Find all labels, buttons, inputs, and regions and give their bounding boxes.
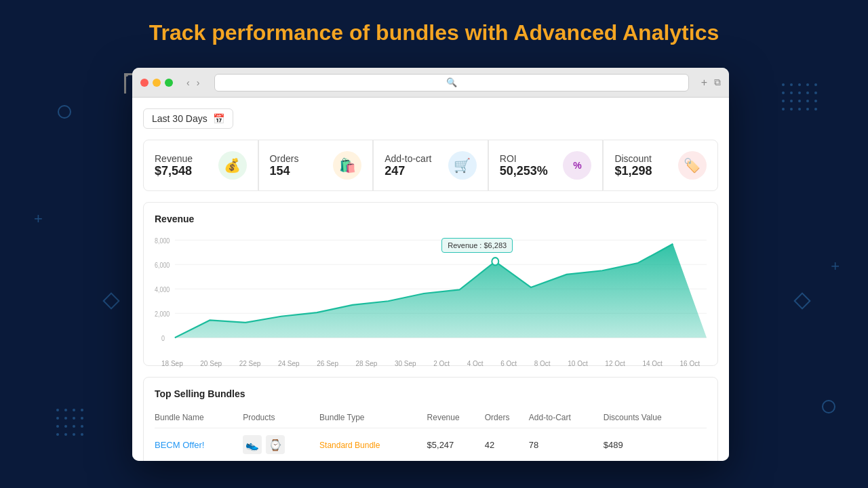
traffic-light-red[interactable] <box>140 79 149 87</box>
stat-value-roi: 50,253% <box>500 164 548 178</box>
stat-icon-revenue: 💰 <box>218 151 247 180</box>
svg-point-3 <box>806 83 809 86</box>
bundles-table-head: Bundle Name Products Bundle Type Revenue… <box>155 407 707 428</box>
svg-point-35 <box>81 433 83 436</box>
svg-point-34 <box>73 433 75 436</box>
svg-point-19 <box>814 108 817 110</box>
col-discounts-value: Discounts Value <box>604 407 707 428</box>
stat-icon-discount: 🏷️ <box>678 151 707 180</box>
bundles-table: Bundle Name Products Bundle Type Revenue… <box>155 407 707 461</box>
stat-label-discount: Discount <box>614 153 652 164</box>
browser-nav: ‹ › <box>184 76 202 89</box>
svg-point-31 <box>81 425 83 428</box>
col-products: Products <box>243 407 319 428</box>
window-icon[interactable]: ⧉ <box>714 77 721 89</box>
plus-decoration-2: + <box>831 258 840 275</box>
svg-point-30 <box>73 425 75 428</box>
circle-decoration-2 <box>822 400 835 413</box>
svg-text:8,000: 8,000 <box>155 237 170 245</box>
chart-container: Revenue : $6,283 8,000 6,000 4,000 2,000… <box>155 232 707 354</box>
svg-point-14 <box>814 100 817 102</box>
svg-point-26 <box>73 417 75 420</box>
svg-text:2,000: 2,000 <box>155 310 170 318</box>
traffic-light-green[interactable] <box>165 79 173 87</box>
browser-content: Last 30 Days 📅 Revenue $7,548 💰 Orders 1… <box>132 98 729 461</box>
svg-text:0: 0 <box>161 334 165 342</box>
svg-point-6 <box>790 92 793 94</box>
stat-icon-add-to-cart: 🛒 <box>448 151 477 180</box>
bundles-table-body: BECM Offer! 👟 ⌚ Standard Bundle $5,247 4… <box>155 428 707 462</box>
nav-back-button[interactable]: ‹ <box>184 76 193 89</box>
svg-point-33 <box>64 433 67 436</box>
nav-forward-button[interactable]: › <box>194 76 203 89</box>
stat-label-add-to-cart: Add-to-cart <box>384 153 431 164</box>
stat-icon-roi: % <box>563 151 591 180</box>
svg-point-5 <box>782 92 785 94</box>
product-icon-2: ⌚ <box>266 435 285 454</box>
bundle-revenue-cell: $5,247 <box>427 428 485 462</box>
stat-label-orders: Orders <box>270 153 299 164</box>
svg-point-2 <box>798 83 801 86</box>
stat-label-revenue: Revenue <box>155 153 193 164</box>
stat-info-orders: Orders 154 <box>270 153 299 178</box>
new-tab-icon[interactable]: + <box>701 77 707 89</box>
page-title: Track performance of bundles with Advanc… <box>0 0 868 59</box>
svg-point-32 <box>56 433 59 436</box>
bundle-type-cell: Standard Bundle <box>319 428 427 462</box>
dot-grid-1 <box>780 81 827 129</box>
svg-point-29 <box>64 425 67 428</box>
stat-info-discount: Discount $1,298 <box>614 153 652 178</box>
chart-tooltip-text: Revenue : $6,283 <box>448 241 507 249</box>
stat-icon-orders: 🛍️ <box>333 151 361 180</box>
svg-point-8 <box>806 92 809 94</box>
diamond-decoration-2 <box>793 292 810 309</box>
bundles-title: Top Selling Bundles <box>155 388 707 399</box>
chart-tooltip: Revenue : $6,283 <box>441 238 513 253</box>
browser-actions: + ⧉ <box>701 77 721 89</box>
stat-value-orders: 154 <box>270 164 299 178</box>
col-bundle-type: Bundle Type <box>319 407 427 428</box>
svg-point-22 <box>73 409 75 411</box>
stat-value-revenue: $7,548 <box>155 164 193 178</box>
svg-point-24 <box>56 417 59 420</box>
stat-card-orders: Orders 154 🛍️ <box>258 140 374 191</box>
svg-point-17 <box>798 108 801 110</box>
dot-grid-2 <box>54 407 102 454</box>
col-bundle-name: Bundle Name <box>155 407 243 428</box>
table-row: BECM Offer! 👟 ⌚ Standard Bundle $5,247 4… <box>155 428 707 462</box>
svg-point-16 <box>790 108 793 110</box>
stat-value-discount: $1,298 <box>614 164 652 178</box>
stat-value-add-to-cart: 247 <box>384 164 431 178</box>
browser-url-bar[interactable]: 🔍 <box>214 74 688 92</box>
svg-point-0 <box>782 83 785 86</box>
chart-tooltip-dot <box>492 258 498 265</box>
svg-point-1 <box>790 83 793 86</box>
svg-point-4 <box>814 83 817 86</box>
date-filter-label: Last 30 Days <box>152 113 208 124</box>
svg-point-13 <box>806 100 809 102</box>
traffic-light-yellow[interactable] <box>153 79 161 87</box>
date-filter[interactable]: Last 30 Days 📅 <box>143 108 233 129</box>
svg-point-10 <box>782 100 785 102</box>
browser-window: ‹ › 🔍 + ⧉ Last 30 Days 📅 Revenue $7,548 … <box>132 68 729 461</box>
stat-card-discount: Discount $1,298 🏷️ <box>603 140 718 191</box>
chart-svg: 8,000 6,000 4,000 2,000 0 <box>155 232 707 354</box>
chart-x-labels: 18 Sep 20 Sep 22 Sep 24 Sep 26 Sep 28 Se… <box>155 360 707 367</box>
col-revenue: Revenue <box>427 407 485 428</box>
stats-row: Revenue $7,548 💰 Orders 154 🛍️ Add-to-ca… <box>143 140 718 191</box>
svg-point-15 <box>782 108 785 110</box>
bundle-name-link[interactable]: BECM Offer! <box>155 440 204 450</box>
bundle-name-cell: BECM Offer! <box>155 428 243 462</box>
svg-text:6,000: 6,000 <box>155 261 170 269</box>
svg-text:4,000: 4,000 <box>155 285 170 293</box>
bundle-products-cell: 👟 ⌚ <box>243 428 319 462</box>
svg-point-27 <box>81 417 83 420</box>
svg-point-12 <box>798 100 801 102</box>
product-icon-1: 👟 <box>243 435 262 454</box>
bundle-discounts-cell: $489 <box>604 428 707 462</box>
stat-card-add-to-cart: Add-to-cart 247 🛒 <box>373 140 488 191</box>
stat-card-revenue: Revenue $7,548 💰 <box>143 140 258 191</box>
svg-point-28 <box>56 425 59 428</box>
svg-point-11 <box>790 100 793 102</box>
chart-section: Revenue Revenue : $6,283 8,000 6,000 <box>143 202 718 366</box>
